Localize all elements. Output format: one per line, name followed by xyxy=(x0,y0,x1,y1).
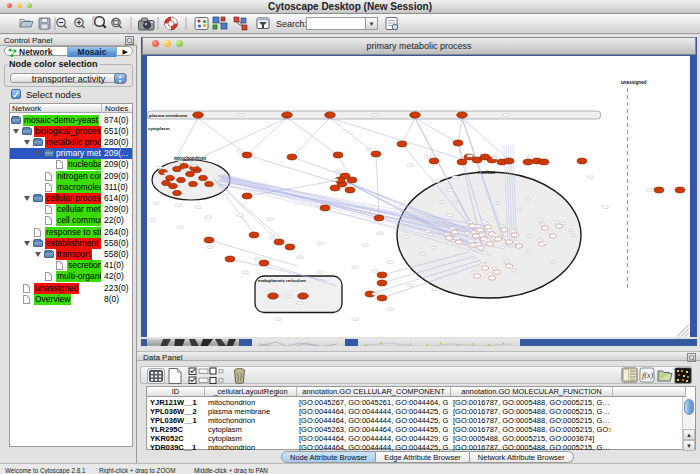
svg-text:mitochondrion: mitochondrion xyxy=(174,156,206,161)
svg-text:unassigned: unassigned xyxy=(621,80,647,85)
svg-text:endoplasmic reticulum: endoplasmic reticulum xyxy=(258,278,306,283)
svg-text:cytoplasm: cytoplasm xyxy=(148,126,170,131)
svg-text:plasma membrane: plasma membrane xyxy=(149,113,188,118)
svg-text:f(x): f(x) xyxy=(642,371,653,380)
